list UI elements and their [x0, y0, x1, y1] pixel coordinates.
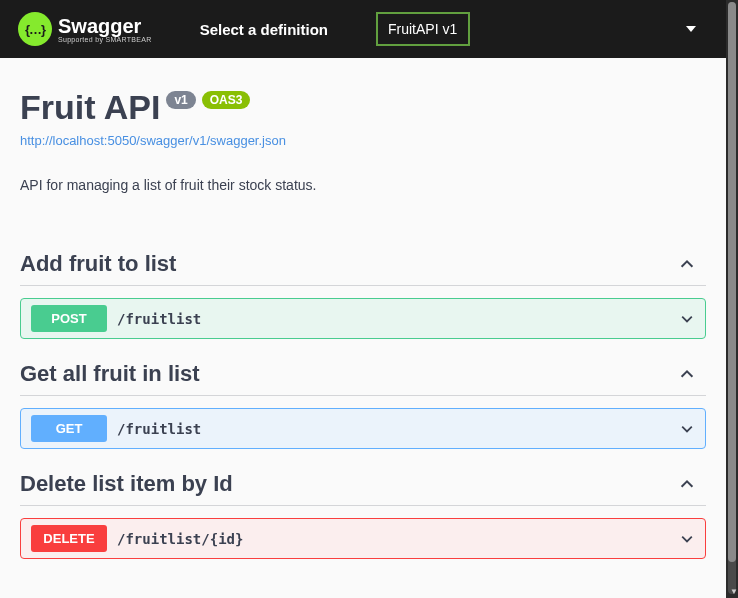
swagger-logo-text: Swagger	[58, 16, 152, 36]
sections: Add fruit to list POST /fruitlist Get al…	[20, 243, 706, 559]
api-description: API for managing a list of fruit their s…	[20, 177, 706, 193]
chevron-down-icon	[679, 421, 695, 437]
version-badge: v1	[166, 91, 195, 109]
scroll-down-icon[interactable]: ▼	[730, 588, 738, 596]
topbar: {…} Swagger Supported by SMARTBEAR Selec…	[0, 0, 726, 58]
method-badge: DELETE	[31, 525, 107, 552]
method-badge: POST	[31, 305, 107, 332]
section-header[interactable]: Get all fruit in list	[20, 353, 706, 396]
definition-select-wrap: FruitAPI v1	[376, 12, 708, 46]
oas-badge: OAS3	[202, 91, 251, 109]
section-title: Get all fruit in list	[20, 361, 200, 387]
chevron-down-icon	[679, 311, 695, 327]
section-title: Delete list item by Id	[20, 471, 233, 497]
operation-delete-fruitlist-id[interactable]: DELETE /fruitlist/{id}	[20, 518, 706, 559]
chevron-up-icon	[678, 365, 696, 383]
operation-path: /fruitlist	[117, 311, 679, 327]
operation-path: /fruitlist	[117, 421, 679, 437]
api-title-row: Fruit API v1 OAS3	[20, 88, 706, 127]
chevron-up-icon	[678, 255, 696, 273]
section-header[interactable]: Add fruit to list	[20, 243, 706, 286]
definition-select-label: Select a definition	[200, 21, 328, 38]
operation-post-fruitlist[interactable]: POST /fruitlist	[20, 298, 706, 339]
operation-get-fruitlist[interactable]: GET /fruitlist	[20, 408, 706, 449]
scrollbar-thumb[interactable]	[728, 2, 736, 562]
operation-path: /fruitlist/{id}	[117, 531, 679, 547]
scrollbar-track[interactable]	[728, 2, 736, 594]
spec-url-link[interactable]: http://localhost:5050/swagger/v1/swagger…	[20, 133, 286, 148]
app-frame: {…} Swagger Supported by SMARTBEAR Selec…	[0, 0, 726, 598]
method-badge: GET	[31, 415, 107, 442]
chevron-up-icon	[678, 475, 696, 493]
section-title: Add fruit to list	[20, 251, 176, 277]
section-header[interactable]: Delete list item by Id	[20, 463, 706, 506]
swagger-logo-subtext: Supported by SMARTBEAR	[58, 36, 152, 43]
api-title: Fruit API	[20, 88, 160, 127]
section-delete-by-id: Delete list item by Id DELETE /fruitlist…	[20, 463, 706, 559]
definition-select[interactable]: FruitAPI v1	[376, 12, 470, 46]
swagger-logo[interactable]: {…} Swagger Supported by SMARTBEAR	[18, 12, 152, 46]
section-add-fruit: Add fruit to list POST /fruitlist	[20, 243, 706, 339]
section-get-all-fruit: Get all fruit in list GET /fruitlist	[20, 353, 706, 449]
swagger-logo-icon: {…}	[18, 12, 52, 46]
chevron-down-icon	[679, 531, 695, 547]
main-content: Fruit API v1 OAS3 http://localhost:5050/…	[0, 58, 726, 593]
